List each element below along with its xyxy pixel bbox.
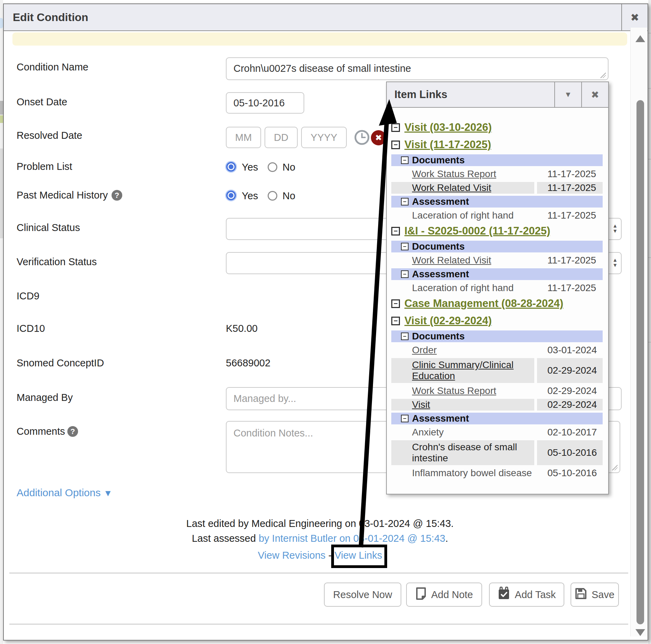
collapse-icon[interactable]: − <box>391 317 400 325</box>
close-icon[interactable]: ✖ <box>581 82 608 107</box>
additional-options-toggle[interactable]: Additional Options ▼ <box>17 487 113 499</box>
collapse-icon[interactable]: − <box>391 141 400 149</box>
item-link[interactable]: Work Related Visit <box>391 182 534 194</box>
view-links-link[interactable]: View Links <box>334 550 382 561</box>
item-links-row: −I&I - S2025-0002 (11-17-2025) <box>387 222 608 240</box>
item-link[interactable]: Order <box>391 344 534 356</box>
group-label: Documents <box>412 241 465 252</box>
item-date: 02-29-2024 <box>537 399 603 411</box>
collapse-icon[interactable]: − <box>401 198 409 205</box>
calendar-check-icon <box>498 587 510 603</box>
onset-date-label: Onset Date <box>17 96 67 108</box>
item-link[interactable]: Clinic Summary/Clinical Education <box>391 358 534 383</box>
alert-banner <box>12 32 627 46</box>
icd9-label: ICD9 <box>17 290 39 302</box>
collapse-icon[interactable]: − <box>401 243 409 250</box>
comments-label: Comments <box>17 426 65 437</box>
clock-icon[interactable] <box>354 129 370 147</box>
item-links-row: Work Status Report02-29-2024 <box>391 384 603 398</box>
item-links-tree: −Visit (03-10-2026)−Visit (11-17-2025)−D… <box>387 108 608 494</box>
item-links-row: Anxiety02-10-2017 <box>391 425 603 439</box>
item-link[interactable]: Work Related Visit <box>391 254 534 266</box>
collapse-icon[interactable]: − <box>391 299 400 308</box>
collapse-icon[interactable]: − <box>401 415 409 422</box>
background-fragment <box>0 101 3 115</box>
item-date: 05-10-2016 <box>537 440 603 465</box>
condition-name-label: Condition Name <box>17 61 88 73</box>
item-link[interactable]: Work Status Report <box>391 168 534 180</box>
item-links-row: −Case Management (08-28-2024) <box>387 295 608 312</box>
past-medical-history-label: Past Medical History <box>17 190 108 201</box>
problem-list-no-radio[interactable] <box>268 162 277 172</box>
visit-link[interactable]: Visit (11-17-2025) <box>404 138 491 151</box>
collapse-popup-icon[interactable]: ▼ <box>554 82 581 107</box>
problem-list-yes-label: Yes <box>242 162 258 173</box>
item-label: Laceration of right hand <box>391 210 534 221</box>
item-links-row: Order03-01-2024 <box>391 343 603 357</box>
group-label: Documents <box>412 331 465 342</box>
visit-link[interactable]: Case Management (08-28-2024) <box>404 297 563 310</box>
help-icon[interactable]: ? <box>112 190 122 201</box>
item-date: 11-17-2025 <box>537 210 603 221</box>
past-medical-history-no-radio[interactable] <box>268 191 277 201</box>
view-revisions-link[interactable]: View Revisions <box>258 550 326 561</box>
resolve-now-button[interactable]: Resolve Now <box>324 583 401 607</box>
item-label: Laceration of right hand <box>391 282 534 294</box>
item-link[interactable]: Visit <box>391 399 534 411</box>
item-links-row: Clinic Summary/Clinical Education02-29-2… <box>391 357 603 384</box>
item-links-row: Work Related Visit11-17-2025 <box>391 181 603 195</box>
problem-list-yes-radio[interactable] <box>226 162 236 172</box>
scrollbar-thumb[interactable] <box>636 100 644 624</box>
item-links-row: Crohn's disease of small intestine05-10-… <box>391 439 603 466</box>
scroll-down-icon[interactable] <box>635 629 645 636</box>
item-links-row: Visit02-29-2024 <box>391 398 603 412</box>
collapse-icon[interactable]: − <box>401 156 409 164</box>
collapse-icon[interactable]: − <box>401 333 409 340</box>
item-links-header: Item Links ▼ ✖ <box>387 82 608 108</box>
collapse-icon[interactable]: − <box>391 227 400 236</box>
background-page-right-sliver <box>648 0 651 644</box>
collapse-icon[interactable]: − <box>391 123 400 132</box>
problem-list-label: Problem List <box>17 161 72 172</box>
managed-by-label: Managed By <box>17 392 73 403</box>
item-links-row: −Assessment <box>391 268 603 280</box>
visit-link[interactable]: I&I - S2025-0002 (11-17-2025) <box>404 225 550 237</box>
dialog-titlebar: Edit Condition ✖ <box>4 4 648 31</box>
past-medical-history-yes-radio[interactable] <box>226 191 236 200</box>
note-icon <box>415 587 427 603</box>
add-task-label: Add Task <box>515 589 556 600</box>
item-link[interactable]: Work Status Report <box>391 385 534 397</box>
item-links-row: −Documents <box>391 241 603 252</box>
last-assessed-prefix: Last assessed <box>192 533 258 544</box>
scroll-up-icon[interactable] <box>635 35 645 42</box>
add-note-label: Add Note <box>431 589 473 600</box>
past-medical-history-yes-label: Yes <box>242 190 258 202</box>
save-button[interactable]: Save <box>571 583 619 607</box>
add-task-button[interactable]: Add Task <box>489 583 564 607</box>
resolved-day-input[interactable] <box>265 127 298 148</box>
help-icon[interactable]: ? <box>67 426 78 437</box>
visit-link[interactable]: Visit (02-29-2024) <box>404 315 492 327</box>
item-date: 11-17-2025 <box>537 254 603 266</box>
close-icon[interactable]: ✖ <box>621 4 648 30</box>
verification-status-label: Verification Status <box>17 256 97 268</box>
resolved-date-label: Resolved Date <box>17 130 82 141</box>
item-date: 11-17-2025 <box>537 282 603 294</box>
visit-link[interactable]: Visit (03-10-2026) <box>404 121 492 134</box>
clear-date-icon[interactable]: ✖ <box>371 130 386 145</box>
condition-name-input[interactable]: Crohn\u0027s disease of small intestine <box>226 57 609 80</box>
item-links-row: −Assessment <box>391 413 603 424</box>
group-label: Assessment <box>412 269 469 280</box>
resolved-year-input[interactable] <box>301 127 347 148</box>
past-medical-history-no-label: No <box>283 190 295 202</box>
background-fragment <box>0 148 3 238</box>
last-assessed-link[interactable]: by Internist Butler on 03-01-2024 @ 15:4… <box>259 533 446 544</box>
background-fragment <box>0 18 3 28</box>
collapse-icon[interactable]: − <box>401 270 409 278</box>
item-date: 11-17-2025 <box>537 168 603 180</box>
background-fragment <box>0 115 3 123</box>
onset-date-input[interactable] <box>226 92 304 114</box>
resolved-month-input[interactable] <box>226 127 261 148</box>
add-note-button[interactable]: Add Note <box>406 583 482 607</box>
item-links-title: Item Links <box>394 82 447 107</box>
